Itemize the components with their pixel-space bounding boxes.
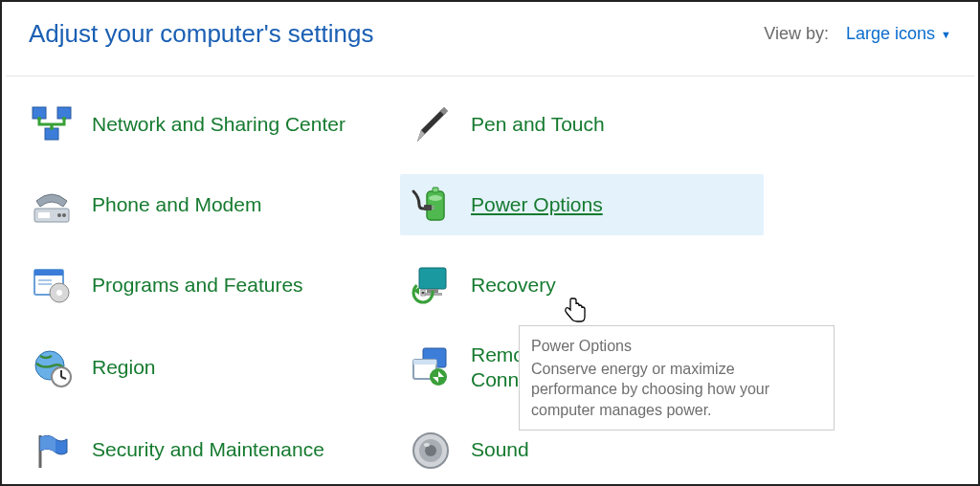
flag-icon xyxy=(29,428,75,474)
item-label: Pen and Touch xyxy=(471,112,605,137)
item-region[interactable]: Region xyxy=(21,335,385,401)
chevron-down-icon: ▼ xyxy=(941,29,951,40)
view-by-dropdown[interactable]: Large icons ▼ xyxy=(846,24,951,44)
item-label: Region xyxy=(92,355,156,380)
view-by-label: View by: xyxy=(764,24,829,44)
speaker-icon xyxy=(408,428,454,474)
phone-modem-icon xyxy=(29,182,75,228)
svg-rect-22 xyxy=(38,283,52,285)
item-label: Network and Sharing Center xyxy=(92,112,345,137)
network-icon xyxy=(29,101,75,147)
item-label: Recovery xyxy=(471,273,556,298)
item-label: Power Options xyxy=(471,192,603,217)
item-network-sharing[interactable]: Network and Sharing Center xyxy=(21,94,385,155)
svg-rect-38 xyxy=(413,360,436,364)
view-by-control: View by: Large icons ▼ xyxy=(764,24,951,44)
svg-point-24 xyxy=(56,290,62,296)
item-recovery[interactable]: Recovery xyxy=(400,254,764,316)
svg-point-31 xyxy=(422,292,425,295)
svg-rect-25 xyxy=(419,268,446,289)
tooltip-title: Power Options xyxy=(531,336,822,357)
svg-point-5 xyxy=(37,117,41,121)
view-by-value: Large icons xyxy=(846,24,935,44)
svg-point-15 xyxy=(429,195,442,201)
svg-rect-20 xyxy=(34,270,63,276)
svg-rect-18 xyxy=(432,209,434,210)
tooltip: Power Options Conserve energy or maximiz… xyxy=(519,325,835,431)
item-security-maintenance[interactable]: Security and Maintenance xyxy=(21,420,385,481)
item-programs-features[interactable]: Programs and Features xyxy=(21,254,385,316)
item-power-options[interactable]: Power Options xyxy=(400,174,764,235)
svg-point-6 xyxy=(62,117,66,121)
svg-point-12 xyxy=(62,213,66,217)
pen-icon xyxy=(408,101,454,147)
item-label: Phone and Modem xyxy=(92,192,261,217)
recovery-icon xyxy=(408,262,454,308)
item-label: Security and Maintenance xyxy=(92,437,324,462)
svg-rect-17 xyxy=(432,206,434,208)
item-label: Programs and Features xyxy=(92,273,303,298)
programs-icon xyxy=(29,262,75,308)
svg-rect-16 xyxy=(424,205,432,210)
remoteapp-icon xyxy=(408,344,454,390)
battery-plug-icon xyxy=(408,182,454,228)
globe-clock-icon xyxy=(29,344,75,390)
item-label: Sound xyxy=(471,437,529,462)
tooltip-body: Conserve energy or maximize performance … xyxy=(531,359,822,421)
svg-point-46 xyxy=(424,443,430,447)
svg-rect-10 xyxy=(38,212,50,218)
header-bar: Adjust your computer's settings View by:… xyxy=(2,2,978,76)
item-phone-modem[interactable]: Phone and Modem xyxy=(21,174,385,235)
svg-point-11 xyxy=(57,213,61,217)
svg-rect-14 xyxy=(433,188,438,192)
svg-rect-21 xyxy=(38,279,52,281)
svg-point-7 xyxy=(50,126,54,130)
page-title: Adjust your computer's settings xyxy=(29,19,373,49)
item-pen-touch[interactable]: Pen and Touch xyxy=(400,94,764,155)
